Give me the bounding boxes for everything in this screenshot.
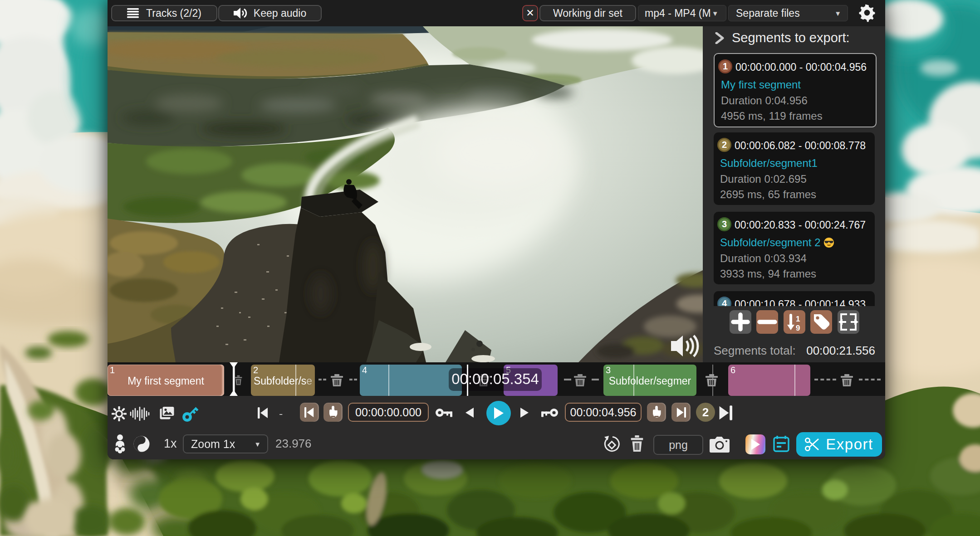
svg-text:1: 1 (796, 315, 800, 323)
svg-text:9: 9 (796, 324, 800, 332)
